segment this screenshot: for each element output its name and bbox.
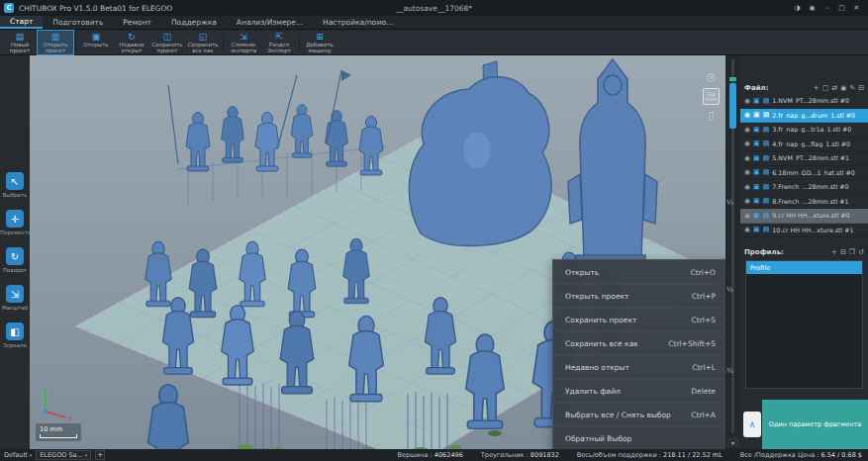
eye-icon[interactable]: ◉ bbox=[744, 212, 750, 220]
scale-tool-button[interactable]: ⇲ Масштаб bbox=[2, 285, 28, 311]
viewport-3d[interactable]: ◎ Top Front ▯ z x 10 mm bbox=[30, 55, 725, 449]
eye-icon[interactable]: ◉ bbox=[744, 139, 750, 147]
triangle-stat-label: Треугольник : bbox=[481, 451, 529, 459]
delete-profile-icon[interactable]: ⊟ bbox=[840, 248, 846, 256]
triangle-stat: Треугольник : 8091832 bbox=[481, 451, 559, 459]
select-tool-button[interactable]: ↖ Выбрать bbox=[3, 172, 28, 198]
file-row-2-selected[interactable]: ◉ ▣ ▤ 2.fr_nap_g...drum_1.stl #0 bbox=[740, 109, 868, 124]
file-row-4[interactable]: ◉ ▣ ▤ 4.fr_nap_g...flag_1.stl #0 bbox=[740, 138, 868, 152]
toggle-visibility-icon[interactable]: ◉ bbox=[840, 84, 846, 92]
tab-prepare[interactable]: Подготовить bbox=[43, 16, 113, 29]
layer-slider[interactable]: ¼ ½ ¾ ▾ bbox=[725, 55, 740, 449]
context-menu-delete-file[interactable]: Удалить файл Delete bbox=[553, 380, 725, 404]
open-project-button[interactable]: ▥ Открыть проект bbox=[38, 31, 73, 54]
support-state-icon[interactable]: ▣ bbox=[753, 226, 760, 233]
save-project-button[interactable]: ◫ Сохранить проект bbox=[149, 31, 185, 54]
support-state-icon[interactable]: ▣ bbox=[753, 154, 760, 162]
mirror-tool-label: Зеркало bbox=[3, 342, 27, 348]
sync-profile-icon[interactable]: ↺ bbox=[858, 248, 864, 256]
view-cube[interactable]: Top Front bbox=[703, 88, 720, 105]
rotate-tool-button[interactable]: ↻ Поворот bbox=[3, 247, 27, 273]
select-all-files-icon[interactable]: ▢ bbox=[822, 84, 829, 92]
add-file-icon[interactable]: + bbox=[814, 84, 820, 92]
profiles-header-title: Профиль: bbox=[744, 248, 784, 256]
recent-icon: ↻ bbox=[128, 32, 136, 42]
view-controls: ◎ Top Front ▯ bbox=[703, 71, 720, 122]
support-state-icon[interactable]: ▣ bbox=[753, 97, 760, 105]
context-menu-recently-opened[interactable]: Недавно открыт Ctrl+L bbox=[553, 356, 725, 380]
context-menu-open-project[interactable]: Открыть проект Ctrl+P bbox=[553, 285, 725, 309]
tab-support[interactable]: Поддержка bbox=[161, 16, 227, 29]
support-state-icon[interactable]: ▣ bbox=[753, 183, 760, 191]
eye-icon[interactable]: ◉ bbox=[744, 168, 750, 176]
tab-analyze-measure[interactable]: Анализ/Измере... bbox=[227, 16, 313, 29]
support-state-icon[interactable]: ▣ bbox=[753, 139, 760, 147]
support-state-icon[interactable]: ▣ bbox=[753, 197, 760, 205]
new-project-button[interactable]: ▤ Новый проект bbox=[2, 31, 38, 54]
file-row-5[interactable]: ◉ ▣ ▤ 5.NVM_PT...28mm.stl #1 bbox=[740, 151, 868, 166]
eye-icon[interactable]: ◉ bbox=[744, 126, 750, 134]
user-icon[interactable]: ◉ bbox=[805, 1, 820, 15]
file-row-8[interactable]: ◉ ▣ ▤ 8.French_...28mm.stl #1 bbox=[740, 195, 868, 210]
section-export-button[interactable]: ⇱ Раздел Экспорт bbox=[261, 31, 297, 54]
merge-export-button[interactable]: ⇲ Слияние экспорта bbox=[226, 31, 261, 54]
move-tool-button[interactable]: ✛ Переместить bbox=[0, 210, 30, 235]
file-row-1[interactable]: ◉ ▣ ▤ 1.NVM_PT...28mm.stl #0 bbox=[740, 94, 868, 109]
support-state-icon[interactable]: ▣ bbox=[753, 111, 760, 119]
add-machine-button[interactable]: ⊞ Добавить машину bbox=[302, 31, 338, 54]
merge-export-label: Слияние экспорта bbox=[226, 42, 261, 53]
eye-icon[interactable]: ◉ bbox=[744, 111, 750, 119]
eye-icon[interactable]: ◉ bbox=[744, 154, 750, 162]
theme-icon[interactable]: ◑ bbox=[790, 1, 805, 15]
mirror-tool-button[interactable]: ◧ Зеркало bbox=[3, 323, 27, 348]
layer-slider-handle[interactable] bbox=[729, 83, 736, 129]
cylinder-view-icon[interactable]: ▯ bbox=[708, 110, 714, 122]
context-menu-open[interactable]: Открыть Ctrl+O bbox=[553, 261, 725, 285]
tab-repair[interactable]: Ремонт bbox=[113, 16, 161, 29]
file-row-6[interactable]: ◉ ▣ ▤ 6.18mm_GD...1_hat.stl #0 bbox=[740, 166, 868, 181]
profile-row-selected[interactable]: Profile bbox=[746, 261, 862, 274]
eye-icon[interactable]: ◉ bbox=[744, 226, 750, 233]
copy-profile-icon[interactable]: ❐ bbox=[849, 248, 855, 256]
support-state-icon[interactable]: ▣ bbox=[753, 168, 760, 176]
recently-opened-button[interactable]: ↻ Недавно открыт bbox=[114, 31, 149, 54]
close-button[interactable]: ✕ bbox=[849, 1, 864, 15]
orbit-icon[interactable]: ◎ bbox=[707, 71, 717, 83]
context-menu-invert-selection[interactable]: Обратный Выбор bbox=[553, 427, 725, 449]
scale-label: 10 mm bbox=[40, 425, 77, 433]
context-menu-select-all[interactable]: Выбрать все / Снять выбор Ctrl+A bbox=[553, 404, 725, 427]
expand-panel-button[interactable]: ∧ bbox=[743, 412, 761, 437]
eye-icon[interactable]: ◉ bbox=[744, 183, 750, 191]
machine-select[interactable]: ELEGOO Sa... ▾ bbox=[36, 450, 91, 460]
minimize-button[interactable]: – bbox=[820, 1, 834, 15]
eye-icon[interactable]: ◉ bbox=[744, 97, 750, 105]
maximize-button[interactable]: ▢ bbox=[834, 1, 849, 15]
tab-settings-help[interactable]: Настройка/помо... bbox=[313, 16, 404, 29]
swap-files-icon[interactable]: ⇄ bbox=[831, 84, 837, 92]
context-menu-save-project[interactable]: Сохранить проект Ctrl+S bbox=[553, 309, 725, 332]
rename-file-icon[interactable]: ✎ bbox=[849, 84, 855, 92]
save-project-icon: ◫ bbox=[163, 32, 172, 42]
default-profile-select[interactable]: Default ▾ bbox=[4, 451, 32, 459]
support-state-icon[interactable]: ▣ bbox=[753, 126, 760, 134]
file-name: 5.NVM_PT...28mm.stl #1 bbox=[772, 154, 849, 161]
context-menu-save-all-as[interactable]: Сохранить все как Ctrl+Shift+S bbox=[553, 332, 725, 356]
toolbar-separator bbox=[299, 34, 300, 51]
save-all-as-label: Сохранить все как bbox=[185, 42, 221, 53]
left-tool-strip: ↖ Выбрать ✛ Переместить ↻ Поворот ⇲ Масш… bbox=[0, 55, 30, 449]
fragment-parameter-button[interactable]: Один параметр фрагмента bbox=[762, 400, 868, 449]
slider-mark-half: ½ bbox=[726, 286, 733, 294]
save-all-as-button[interactable]: ◱ Сохранить все как bbox=[185, 31, 221, 54]
slider-down-button[interactable]: ▾ bbox=[726, 437, 739, 447]
file-row-9[interactable]: ◉ ▣ ▤ 9.cr HH HH...xture.stl #0 bbox=[740, 209, 868, 224]
file-row-7[interactable]: ◉ ▣ ▤ 7.French_...28mm.stl #0 bbox=[740, 180, 868, 195]
tab-start[interactable]: Старт bbox=[0, 16, 43, 29]
eye-icon[interactable]: ◉ bbox=[744, 197, 750, 205]
add-tab-button[interactable]: + bbox=[95, 450, 105, 460]
add-profile-icon[interactable]: + bbox=[831, 248, 837, 256]
support-state-icon[interactable]: ▣ bbox=[753, 212, 760, 220]
open-button[interactable]: ▣ Открыть bbox=[78, 31, 114, 54]
file-row-3[interactable]: ◉ ▣ ▤ 3.fr_nap_g...tr1a_1.stl #0 bbox=[740, 123, 868, 138]
file-row-10[interactable]: ◉ ▣ ▤ 10.cr HH HH...xture.stl #1 bbox=[740, 224, 868, 238]
delete-file-icon[interactable]: ⊟ bbox=[858, 84, 864, 92]
